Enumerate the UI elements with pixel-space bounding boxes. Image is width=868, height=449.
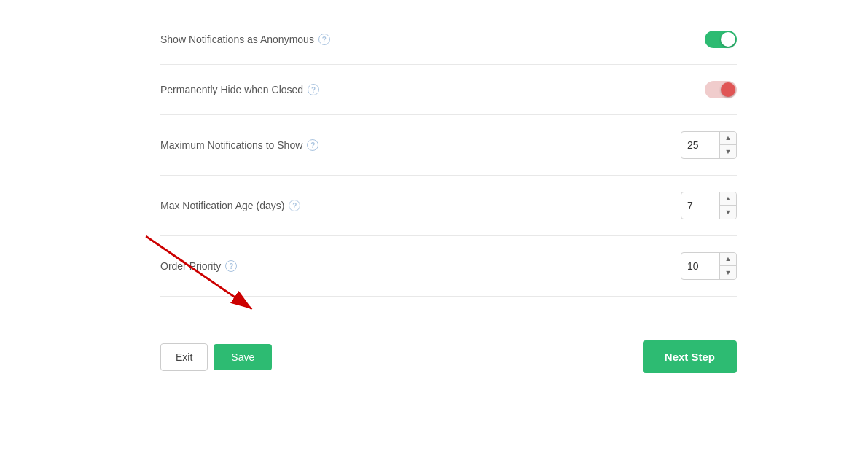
save-button[interactable]: Save [214,344,272,370]
help-icon-max-notifications[interactable]: ? [307,139,318,151]
setting-label-permanently-hide: Permanently Hide when Closed ? [160,84,319,95]
help-icon-max-age[interactable]: ? [289,200,300,211]
toggle-permanently-hide[interactable] [705,81,737,98]
max-notifications-up[interactable]: ▲ [720,132,736,145]
number-input-max-notifications: ▲ ▼ [681,131,737,159]
number-input-max-age: ▲ ▼ [681,192,737,219]
setting-row-max-age: Max Notification Age (days) ? ▲ ▼ [160,176,737,236]
toggle-anonymous[interactable] [705,31,737,48]
next-step-button[interactable]: Next Step [643,340,737,373]
help-icon-order-priority[interactable]: ? [225,260,237,272]
help-icon-permanently-hide[interactable]: ? [308,84,319,95]
setting-label-max-notifications: Maximum Notifications to Show ? [160,139,318,151]
max-age-up[interactable]: ▲ [720,192,736,206]
setting-label-max-age: Max Notification Age (days) ? [160,200,300,211]
setting-row-order-priority: Order Priority ? ▲ ▼ [160,236,737,297]
setting-label-order-priority: Order Priority ? [160,260,237,272]
help-icon-anonymous[interactable]: ? [318,34,330,45]
footer-left-buttons: Exit Save [160,343,272,371]
order-priority-down[interactable]: ▼ [720,266,736,279]
setting-row-permanently-hide: Permanently Hide when Closed ? [160,65,737,115]
setting-row-anonymous: Show Notifications as Anonymous ? [160,15,737,65]
setting-row-max-notifications: Maximum Notifications to Show ? ▲ ▼ [160,115,737,176]
max-age-down[interactable]: ▼ [720,206,736,219]
setting-label-anonymous: Show Notifications as Anonymous ? [160,34,330,45]
max-notifications-input[interactable] [681,135,719,155]
number-input-order-priority: ▲ ▼ [681,252,737,280]
max-notifications-down[interactable]: ▼ [720,145,736,158]
order-priority-input[interactable] [681,256,719,276]
max-age-input[interactable] [681,195,719,216]
exit-button[interactable]: Exit [160,343,208,371]
footer: Exit Save Next Step [0,319,868,373]
order-priority-up[interactable]: ▲ [720,253,736,266]
